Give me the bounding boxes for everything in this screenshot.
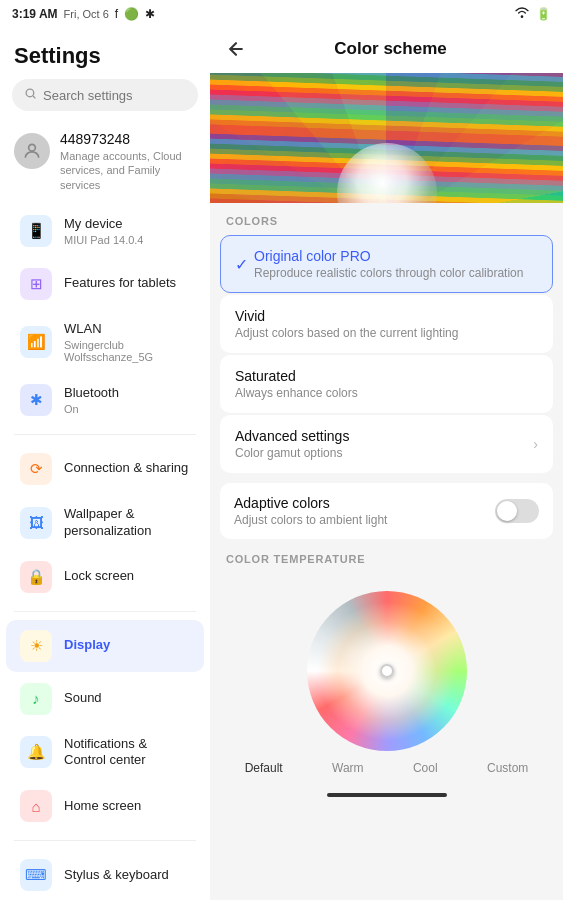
app-body: Settings 448973248 Manage accounts, Clou… [0, 25, 563, 900]
sidebar-item-bluetooth[interactable]: ✱ Bluetooth On [6, 374, 204, 426]
sidebar-divider-4 [14, 434, 196, 435]
app-icon-2: 🟢 [124, 7, 139, 21]
panel-title: Color scheme [258, 39, 523, 59]
svg-point-0 [26, 89, 34, 97]
adaptive-row: Adaptive colors Adjust colors to ambient… [220, 483, 553, 539]
connection-sharing-icon: ⟳ [20, 453, 52, 485]
bluetooth-icon: ✱ [20, 384, 52, 416]
settings-title: Settings [0, 25, 210, 79]
connection-sharing-label-group: Connection & sharing [64, 460, 188, 477]
color-option-advanced[interactable]: Advanced settings Color gamut options › [220, 415, 553, 473]
adaptive-title: Adaptive colors [234, 495, 387, 511]
sidebar-item-notifications[interactable]: 🔔 Notifications & Control center [6, 726, 204, 780]
temp-label-custom[interactable]: Custom [487, 761, 528, 775]
wlan-label: WLAN [64, 321, 190, 338]
wheel-inner [317, 601, 457, 741]
status-bar: 3:19 AM Fri, Oct 6 f 🟢 ✱ 🔋 [0, 0, 563, 25]
sidebar-item-lock-screen[interactable]: 🔒 Lock screen [6, 551, 204, 603]
status-day: Fri, Oct 6 [64, 8, 109, 20]
option-desc-original: Reproduce realistic colors through color… [254, 266, 538, 280]
home-screen-icon: ⌂ [20, 790, 52, 822]
notifications-label-group: Notifications & Control center [64, 736, 190, 770]
app-icon-3: ✱ [145, 7, 155, 21]
sidebar-item-my-device[interactable]: 📱 My device MIUI Pad 14.0.4 [6, 205, 204, 257]
features-tablets-icon: ⊞ [20, 268, 52, 300]
avatar [14, 133, 50, 169]
temp-label-default[interactable]: Default [245, 761, 283, 775]
color-wheel-container [210, 575, 563, 761]
home-screen-label: Home screen [64, 798, 141, 815]
my-device-sub: MIUI Pad 14.0.4 [64, 234, 144, 246]
features-tablets-label: Features for tablets [64, 275, 176, 292]
status-left: 3:19 AM Fri, Oct 6 f 🟢 ✱ [12, 7, 155, 21]
sidebar-item-home-screen[interactable]: ⌂ Home screen [6, 780, 204, 832]
temp-label-cool[interactable]: Cool [413, 761, 438, 775]
account-sub: Manage accounts, Cloud services, and Fam… [60, 149, 196, 192]
color-wheel[interactable] [307, 591, 467, 751]
wlan-icon: 📶 [20, 326, 52, 358]
bluetooth-label: Bluetooth [64, 385, 119, 402]
panel-header: Color scheme [210, 25, 563, 73]
sidebar-item-connection-sharing[interactable]: ⟳ Connection & sharing [6, 443, 204, 495]
my-device-icon: 📱 [20, 215, 52, 247]
adaptive-toggle[interactable] [495, 499, 539, 523]
stylus-label-group: Stylus & keyboard [64, 867, 169, 884]
search-icon [24, 86, 37, 104]
search-input[interactable] [43, 88, 186, 103]
lock-screen-label-group: Lock screen [64, 568, 134, 585]
wallpaper-label-group: Wallpaper & personalization [64, 506, 190, 540]
sidebar-item-sound[interactable]: ♪ Sound [6, 673, 204, 725]
sidebar-divider-7 [14, 611, 196, 612]
account-id: 448973248 [60, 131, 196, 147]
display-label-group: Display [64, 637, 110, 654]
sound-label-group: Sound [64, 690, 102, 707]
sidebar-item-features-tablets[interactable]: ⊞ Features for tablets [6, 258, 204, 310]
color-option-vivid[interactable]: Vivid Adjust colors based on the current… [220, 295, 553, 353]
battery-icon: 🔋 [536, 7, 551, 21]
option-name-advanced: Advanced settings [235, 428, 533, 444]
option-content-original: Original color PRO Reproduce realistic c… [254, 248, 538, 280]
option-content-vivid: Vivid Adjust colors based on the current… [235, 308, 538, 340]
scroll-indicator [210, 787, 563, 801]
search-box[interactable] [12, 79, 198, 111]
option-desc-vivid: Adjust colors based on the current light… [235, 326, 538, 340]
right-panel: Color scheme COLORS ✓ Original color PRO… [210, 25, 563, 900]
wifi-icon [514, 6, 530, 21]
wheel-dot [380, 664, 394, 678]
bluetooth-label-group: Bluetooth On [64, 385, 119, 415]
option-content-saturated: Saturated Always enhance colors [235, 368, 538, 400]
temp-section: DefaultWarmCoolCustom [210, 571, 563, 787]
temp-label-warm[interactable]: Warm [332, 761, 364, 775]
back-button[interactable] [226, 39, 246, 59]
account-row[interactable]: 448973248 Manage accounts, Cloud service… [0, 123, 210, 204]
color-option-original[interactable]: ✓ Original color PRO Reproduce realistic… [220, 235, 553, 293]
option-name-original: Original color PRO [254, 248, 538, 264]
option-desc-saturated: Always enhance colors [235, 386, 538, 400]
sidebar-item-display[interactable]: ☀ Display [6, 620, 204, 672]
adaptive-info: Adaptive colors Adjust colors to ambient… [234, 495, 387, 527]
sidebar-item-wlan[interactable]: 📶 WLAN Swingerclub Wolfsschanze_5G [6, 311, 204, 373]
svg-point-1 [29, 144, 36, 151]
adaptive-desc: Adjust colors to ambient light [234, 513, 387, 527]
option-name-saturated: Saturated [235, 368, 538, 384]
sound-label: Sound [64, 690, 102, 707]
fb-icon: f [115, 7, 118, 21]
lock-screen-icon: 🔒 [20, 561, 52, 593]
wallpaper-label: Wallpaper & personalization [64, 506, 190, 540]
colors-section-label: COLORS [210, 203, 563, 233]
sidebar-divider-11 [14, 840, 196, 841]
display-icon: ☀ [20, 630, 52, 662]
option-desc-advanced: Color gamut options [235, 446, 533, 460]
color-scheme-image [210, 73, 563, 203]
sidebar-item-stylus[interactable]: ⌨ Stylus & keyboard [6, 849, 204, 900]
temp-labels: DefaultWarmCoolCustom [210, 761, 563, 775]
notifications-icon: 🔔 [20, 736, 52, 768]
option-content-advanced: Advanced settings Color gamut options [235, 428, 533, 460]
wlan-sub: Swingerclub Wolfsschanze_5G [64, 339, 190, 363]
connection-sharing-label: Connection & sharing [64, 460, 188, 477]
sidebar-item-wallpaper[interactable]: 🖼 Wallpaper & personalization [6, 496, 204, 550]
stylus-icon: ⌨ [20, 859, 52, 891]
chevron-icon-advanced: › [533, 436, 538, 452]
color-option-saturated[interactable]: Saturated Always enhance colors [220, 355, 553, 413]
my-device-label-group: My device MIUI Pad 14.0.4 [64, 216, 144, 246]
